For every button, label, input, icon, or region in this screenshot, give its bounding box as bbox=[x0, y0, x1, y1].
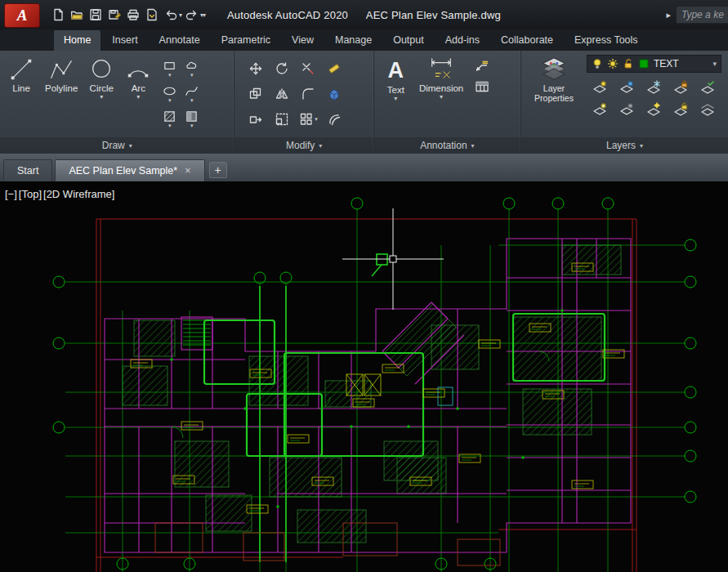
tab-home[interactable]: Home bbox=[54, 30, 100, 51]
file-tab-document[interactable]: AEC Plan Elev Sample* × bbox=[55, 159, 204, 181]
trim-icon bbox=[301, 61, 315, 76]
tab-manage[interactable]: Manage bbox=[325, 30, 382, 51]
multileader-button[interactable] bbox=[475, 58, 489, 73]
layer-freeze-button[interactable] bbox=[641, 76, 668, 98]
layer-lock-button[interactable] bbox=[668, 76, 695, 98]
annotation-panel-footer[interactable]: Annotation ▾ bbox=[374, 137, 520, 154]
viewport-visual-style-control[interactable]: [2D Wireframe] bbox=[43, 188, 114, 200]
open-button[interactable] bbox=[68, 6, 86, 24]
current-layer-name: TEXT bbox=[654, 58, 679, 69]
spline-button[interactable]: ▾ bbox=[181, 81, 203, 106]
mirror-button[interactable] bbox=[269, 81, 295, 106]
text-dropdown[interactable]: ▾ bbox=[394, 96, 397, 101]
scale-button[interactable] bbox=[269, 106, 295, 132]
explode-button[interactable] bbox=[321, 81, 347, 106]
publish-button[interactable] bbox=[143, 6, 161, 24]
layers-expand-icon: ▾ bbox=[640, 142, 643, 150]
drawing-area[interactable]: [−] [Top] [2D Wireframe] bbox=[0, 181, 728, 572]
rectangle-button[interactable]: ▾ bbox=[159, 56, 181, 81]
text-button[interactable]: A Text ▾ bbox=[384, 55, 408, 103]
layer-match-button[interactable] bbox=[695, 76, 721, 98]
layer-color-swatch bbox=[638, 58, 650, 69]
cyan-detail bbox=[438, 387, 453, 405]
spline-icon bbox=[185, 84, 199, 98]
tab-collaborate[interactable]: Collaborate bbox=[491, 30, 563, 51]
search-box: ▸ Type a ke bbox=[666, 6, 728, 24]
copy-button[interactable] bbox=[243, 81, 269, 106]
dimension-button[interactable]: Dimension ▾ bbox=[416, 55, 467, 101]
arc-button[interactable]: Arc ▾ bbox=[122, 55, 154, 101]
revision-cloud-button[interactable]: ▾ bbox=[181, 56, 203, 81]
tab-parametric[interactable]: Parametric bbox=[212, 30, 280, 51]
undo-dropdown[interactable]: ▾ bbox=[179, 11, 182, 19]
draw-panel-footer[interactable]: Draw ▾ bbox=[0, 137, 234, 154]
save-button[interactable] bbox=[87, 6, 105, 24]
arc-dropdown[interactable]: ▾ bbox=[136, 94, 140, 100]
dimension-dropdown[interactable]: ▾ bbox=[440, 94, 443, 100]
table-icon bbox=[475, 79, 489, 94]
mirror-icon bbox=[275, 87, 289, 101]
hatch-button[interactable]: ▾ bbox=[159, 106, 181, 132]
redo-button[interactable] bbox=[183, 6, 201, 24]
line-button[interactable]: Line bbox=[5, 55, 38, 95]
save-icon bbox=[89, 8, 102, 21]
tab-view[interactable]: View bbox=[282, 30, 324, 51]
layer-on-button[interactable] bbox=[587, 98, 614, 120]
new-file-icon bbox=[51, 8, 65, 21]
app-title: Autodesk AutoCAD 2020 bbox=[227, 9, 348, 21]
offset-icon bbox=[327, 112, 342, 127]
layer-on-bulb-icon bbox=[592, 58, 603, 69]
undo-button[interactable] bbox=[162, 6, 180, 24]
layer-unlock-button[interactable] bbox=[668, 98, 695, 120]
close-tab-icon[interactable]: × bbox=[185, 166, 191, 176]
tab-insert[interactable]: Insert bbox=[102, 30, 147, 51]
search-input[interactable]: Type a ke bbox=[676, 6, 728, 24]
layer-properties-button[interactable]: Layer Properties bbox=[526, 55, 582, 105]
layer-match-icon bbox=[700, 80, 715, 95]
circle-button[interactable]: Circle ▾ bbox=[85, 55, 118, 101]
layer-isolate-button[interactable] bbox=[614, 76, 641, 98]
layer-thaw-button[interactable] bbox=[641, 98, 668, 120]
qat-customize-dropdown[interactable]: ▾ bbox=[203, 11, 206, 19]
polyline-button[interactable]: Polyline bbox=[42, 55, 81, 95]
layer-walk-button[interactable] bbox=[695, 98, 721, 120]
hatch-icon bbox=[163, 109, 176, 123]
crosshair-cursor bbox=[342, 208, 444, 310]
array-button[interactable]: ▾ bbox=[295, 106, 321, 132]
gradient-button[interactable]: ▾ bbox=[181, 106, 203, 132]
erase-button[interactable] bbox=[321, 56, 347, 81]
circle-dropdown[interactable]: ▾ bbox=[100, 94, 103, 100]
layer-off-button[interactable] bbox=[587, 76, 614, 98]
tab-express-tools[interactable]: Express Tools bbox=[565, 30, 648, 51]
trim-button[interactable] bbox=[295, 56, 321, 81]
new-drawing-button[interactable] bbox=[49, 6, 67, 24]
application-menu-button[interactable]: A bbox=[3, 2, 41, 29]
save-as-button[interactable] bbox=[105, 6, 123, 24]
move-button[interactable] bbox=[243, 56, 269, 81]
explode-icon bbox=[327, 87, 342, 101]
plot-button[interactable] bbox=[124, 6, 142, 24]
rotate-button[interactable] bbox=[269, 56, 295, 81]
layer-unisolate-button[interactable] bbox=[614, 98, 641, 120]
quick-access-toolbar: ▾ ▾ ▾ bbox=[49, 6, 206, 24]
tab-add-ins[interactable]: Add-ins bbox=[435, 30, 489, 51]
layer-unlock-icon bbox=[623, 58, 634, 69]
table-button[interactable] bbox=[475, 79, 489, 94]
ellipse-button[interactable]: ▾ bbox=[159, 81, 181, 106]
viewport-view-control[interactable]: [Top] bbox=[19, 188, 42, 200]
file-tab-start[interactable]: Start bbox=[3, 159, 52, 181]
search-arrow-icon[interactable]: ▸ bbox=[666, 10, 671, 20]
offset-button[interactable] bbox=[321, 106, 347, 132]
fillet-button[interactable] bbox=[295, 81, 321, 106]
stretch-button[interactable] bbox=[243, 106, 269, 132]
revision-cloud-icon bbox=[185, 59, 199, 73]
new-tab-button[interactable]: + bbox=[209, 162, 227, 178]
tab-annotate[interactable]: Annotate bbox=[150, 30, 210, 51]
cad-floor-plan bbox=[0, 181, 728, 572]
modify-panel-footer[interactable]: Modify ▾ bbox=[234, 137, 373, 154]
layers-panel-footer[interactable]: Layers ▾ bbox=[521, 137, 728, 154]
layer-dropdown[interactable]: TEXT ▾ bbox=[587, 55, 721, 73]
tab-output[interactable]: Output bbox=[383, 30, 434, 51]
open-folder-icon bbox=[70, 8, 83, 21]
viewport-minimize-control[interactable]: [−] bbox=[5, 188, 17, 200]
